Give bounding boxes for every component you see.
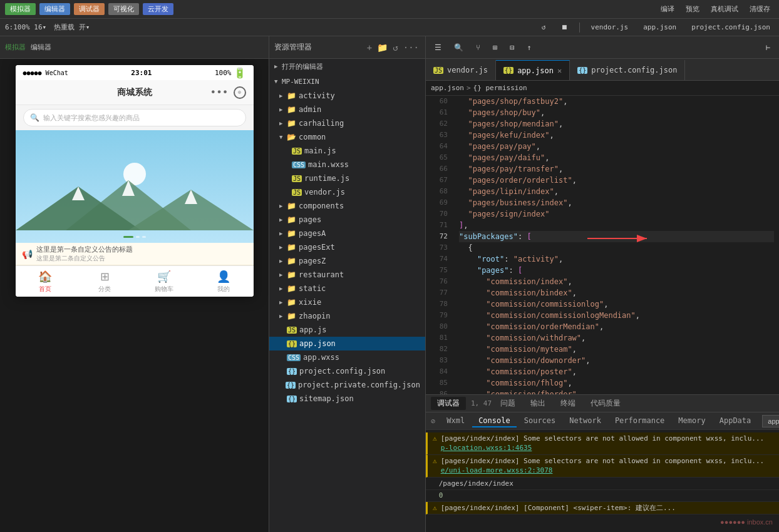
log-number-1: · 0 [426, 490, 779, 502]
console-tab-network[interactable]: Network [563, 415, 607, 427]
right-config-tab[interactable]: project.config.json [688, 22, 774, 33]
right-appjson-tab[interactable]: app.json [639, 22, 680, 33]
file-runtimejs[interactable]: JS runtime.js [269, 171, 425, 185]
project-section[interactable]: ▼ MP-WEIXIN [269, 74, 425, 89]
right-vendor-tab[interactable]: vendor.js [587, 22, 632, 33]
explorer-body: ▶ 打开的编辑器 ▼ MP-WEIXIN ▶ 📁 activity ▶ 📁 [269, 59, 425, 532]
folder-pagesA[interactable]: ▶ 📁 pagesA [269, 227, 425, 240]
phone-body: ●●●●● WeChat 23:01 100% 🔋 商城系统 ••• ⊙ [0, 59, 269, 532]
file-appwxss[interactable]: CSS app.wxss [269, 350, 425, 364]
ln-65: 65 [426, 152, 454, 163]
debug-tab-quality[interactable]: 代码质量 [584, 397, 627, 410]
refresh-btn[interactable]: ↺ [538, 22, 550, 33]
phone-nav-category[interactable]: ⊞ 分类 [75, 270, 135, 294]
debug-tab-debugger[interactable]: 调试器 [431, 397, 466, 410]
common-label: common [299, 133, 326, 141]
debug-tab-issues[interactable]: 问题 [494, 397, 522, 410]
file-projectprivate[interactable]: {} project.private.config.json [269, 378, 425, 392]
appservice-select[interactable]: appservice (#4) [762, 415, 779, 427]
phone-search-bar[interactable]: 🔍 输入关键字搜索您感兴趣的商品 [23, 109, 246, 126]
appwxss-label: app.wxss [303, 353, 339, 362]
phone-mode-btn[interactable]: 模拟器 [5, 43, 26, 52]
visualize-btn[interactable]: 可视化 [108, 3, 139, 15]
tab-appjson[interactable]: {} app.json ✕ [496, 60, 570, 80]
folder-static[interactable]: ▶ 📁 static [269, 282, 425, 295]
clear-cache-btn[interactable]: 清缓存 [746, 3, 774, 15]
console-tab-wxml[interactable]: Wxml [440, 415, 471, 427]
file-mainwxss[interactable]: CSS main.wxss [269, 158, 425, 171]
folder-xixie[interactable]: ▶ 📁 xixie [269, 295, 425, 309]
file-appjs[interactable]: JS app.js [269, 323, 425, 337]
explorer-refresh-btn[interactable]: ↺ [391, 41, 399, 54]
folder-pages[interactable]: ▶ 📁 pages [269, 213, 425, 227]
debugger-btn[interactable]: 调试器 [74, 3, 105, 15]
ln-63: 63 [426, 130, 454, 141]
folder-activity[interactable]: ▶ 📁 activity [269, 89, 425, 103]
folder-admin[interactable]: ▶ 📁 admin [269, 103, 425, 116]
console-clear-btn[interactable]: ⊘ [431, 417, 435, 426]
folder-pagesExt[interactable]: ▶ 📁 pagesExt [269, 240, 425, 254]
code-line-71: ], [459, 220, 774, 231]
phone-editor-btn[interactable]: 编辑器 [31, 43, 51, 52]
phone-nav-cart[interactable]: 🛒 购物车 [135, 270, 194, 294]
console-tab-performance[interactable]: Performance [609, 415, 671, 427]
split-right-btn[interactable]: ⊢ [762, 42, 774, 53]
console-tab-console[interactable]: Console [472, 415, 517, 427]
phone-nav-profile[interactable]: 👤 我的 [194, 270, 254, 294]
folder-restaurant[interactable]: ▶ 📁 restaurant [269, 268, 425, 282]
editor-btn[interactable]: 编辑器 [39, 3, 70, 15]
log-link-2[interactable]: e/uni-load-more.wxss:2:3078 [441, 466, 553, 474]
device-debug-btn[interactable]: 真机调试 [707, 3, 742, 15]
cloud-btn[interactable]: 云开发 [143, 3, 173, 15]
open-editors-section[interactable]: ▶ 打开的编辑器 [269, 59, 425, 74]
phone-battery: 100% 🔋 [215, 67, 246, 79]
folder-components[interactable]: ▶ 📁 components [269, 199, 425, 213]
layout2-btn[interactable]: ⊟ [506, 42, 518, 53]
explorer-more-btn[interactable]: ··· [402, 41, 420, 54]
file-mainjs[interactable]: JS main.js [269, 144, 425, 158]
stop-btn[interactable]: ⏹ [557, 22, 572, 33]
code-area[interactable]: "pages/shop/fastbuy2", "pages/shop/buy",… [454, 96, 779, 394]
layout-btn[interactable]: ⊞ [489, 42, 501, 53]
upload-btn[interactable]: ↑ [523, 42, 535, 53]
appjson-tab-close[interactable]: ✕ [557, 66, 562, 75]
phone-camera-btn[interactable]: ⊙ [234, 86, 246, 99]
explorer-new-folder-btn[interactable]: 📁 [376, 41, 389, 54]
breadcrumb-permission[interactable]: {} permission [473, 84, 527, 92]
tab-projectconfig[interactable]: {} project.config.json [570, 60, 685, 80]
console-tab-memory[interactable]: Memory [672, 415, 711, 427]
console-tab-sources[interactable]: Sources [518, 415, 562, 427]
hot-reload[interactable]: 热重载 开▾ [54, 23, 90, 32]
zoom-level[interactable]: 6:100% 16▾ [5, 23, 46, 31]
common-folder-icon: 📂 [287, 133, 296, 141]
ln-62: 62 [426, 118, 454, 130]
folder-pagesZ[interactable]: ▶ 📁 pagesZ [269, 254, 425, 268]
search-editor-btn[interactable]: 🔍 [450, 42, 467, 53]
breadcrumb-appjson[interactable]: app.json [431, 84, 464, 92]
folder-zhaopin[interactable]: ▶ 📁 zhaopin [269, 309, 425, 323]
code-line-76: "commission/index", [459, 276, 774, 287]
hamburger-menu-btn[interactable]: ☰ [431, 42, 445, 53]
file-appjson[interactable]: {} app.json [269, 337, 425, 350]
file-projectconfig[interactable]: {} project.config.json [269, 364, 425, 378]
log-link-1[interactable]: p-location.wxss:1:4635 [441, 444, 532, 452]
file-sitemap[interactable]: {} sitemap.json [269, 392, 425, 406]
notice-icon: 📢 [22, 249, 33, 259]
tab-vendorjs[interactable]: JS vendor.js [426, 60, 496, 80]
code-line-60: "pages/shop/fastbuy2", [459, 96, 774, 107]
simulator-btn[interactable]: 模拟器 [5, 3, 36, 15]
preview-btn[interactable]: 预览 [682, 3, 703, 15]
explorer-new-file-btn[interactable]: + [366, 41, 373, 54]
console-tab-appdata[interactable]: AppData [713, 415, 758, 427]
file-vendorjs[interactable]: JS vendor.js [269, 185, 425, 199]
zhaopin-label: zhaopin [299, 312, 331, 320]
debug-tab-terminal[interactable]: 终端 [554, 397, 582, 410]
compile-btn[interactable]: 编译 [657, 3, 678, 15]
phone-nav-home[interactable]: 🏠 首页 [16, 270, 75, 294]
folder-carhailing[interactable]: ▶ 📁 carhailing [269, 116, 425, 130]
debug-tab-output[interactable]: 输出 [524, 397, 552, 410]
phone-header-dots[interactable]: ••• [210, 86, 229, 98]
folder-common[interactable]: ▼ 📂 common [269, 130, 425, 144]
git-btn[interactable]: ⑂ [472, 42, 484, 53]
carhailing-arrow: ▶ [279, 120, 287, 126]
